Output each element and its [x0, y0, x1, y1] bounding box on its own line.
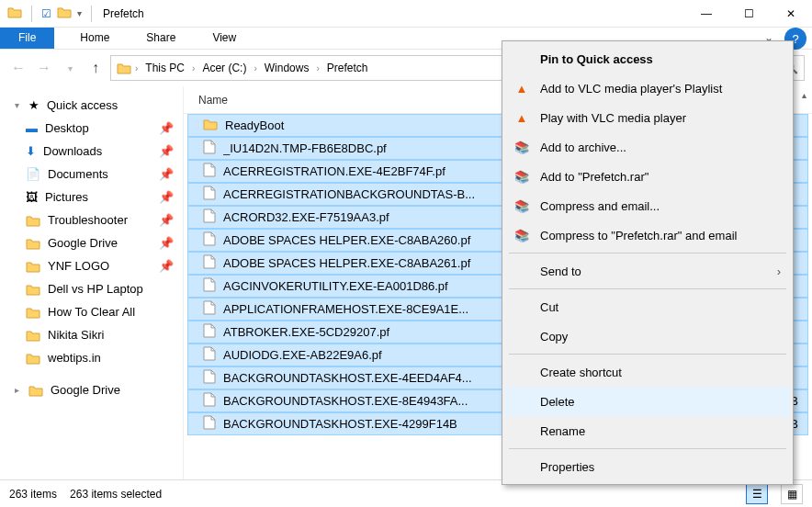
- ctx-compress-email[interactable]: 📚Compress and email...: [505, 191, 790, 220]
- sidebar-item[interactable]: Google Drive📌: [4, 231, 179, 254]
- archive-icon: 📚: [513, 168, 531, 185]
- crumb-prefetch[interactable]: Prefetch: [323, 60, 372, 76]
- file-icon: [203, 254, 216, 272]
- file-icon: [203, 346, 216, 364]
- chevron-right-icon[interactable]: ▸: [15, 385, 19, 395]
- status-items: 263 items: [9, 488, 57, 501]
- sidebar-item-documents[interactable]: 📄Documents📌: [4, 163, 179, 186]
- pin-icon: 📌: [159, 236, 174, 250]
- ctx-compress-rar-email[interactable]: 📚Compress to "Prefetch.rar" and email: [505, 220, 790, 250]
- ctx-vlc-play[interactable]: ▲Play with VLC media player: [505, 103, 790, 132]
- chevron-right-icon[interactable]: ›: [316, 63, 319, 73]
- sidebar-item[interactable]: How To Clear All: [4, 300, 179, 323]
- tab-view[interactable]: View: [194, 28, 254, 49]
- folder-icon: [26, 306, 40, 319]
- sidebar-item[interactable]: YNF LOGO📌: [4, 254, 179, 277]
- folder-icon-small: [57, 6, 72, 21]
- archive-icon: 📚: [513, 197, 531, 214]
- forward-button[interactable]: →: [33, 57, 55, 79]
- folder-icon: [117, 62, 131, 74]
- file-icon: [203, 392, 216, 410]
- folder-icon: [26, 283, 40, 296]
- file-icon: [203, 369, 216, 387]
- file-icon: [203, 140, 216, 157]
- col-name[interactable]: Name: [198, 94, 492, 107]
- pin-icon: 📌: [159, 213, 174, 227]
- chevron-right-icon: ›: [777, 265, 781, 278]
- back-button[interactable]: ←: [7, 57, 29, 79]
- sidebar-item[interactable]: Troubleshooter📌: [4, 208, 179, 231]
- vlc-icon: ▲: [513, 80, 531, 96]
- ctx-cut[interactable]: Cut: [505, 292, 790, 321]
- view-details-button[interactable]: ☰: [746, 484, 768, 504]
- crumb-this-pc[interactable]: This PC: [141, 60, 188, 76]
- window-title: Prefetch: [103, 7, 685, 20]
- sidebar: ▾ ★ Quick access ▬Desktop📌 ⬇Downloads📌 📄…: [0, 86, 184, 479]
- pin-icon: 📌: [159, 190, 174, 204]
- up-button[interactable]: ↑: [85, 57, 107, 79]
- tab-share[interactable]: Share: [128, 28, 194, 49]
- file-icon: [203, 323, 216, 341]
- ctx-add-archive[interactable]: 📚Add to archive...: [505, 132, 790, 162]
- file-icon: [203, 300, 216, 318]
- pin-icon: 📌: [159, 259, 174, 273]
- title-bar: ☑ ▾ Prefetch — ☐ ✕: [0, 0, 812, 28]
- file-icon: [203, 208, 216, 226]
- ctx-add-rar[interactable]: 📚Add to "Prefetch.rar": [505, 162, 790, 191]
- tab-home[interactable]: Home: [62, 28, 128, 49]
- qat-dropdown-icon[interactable]: ▾: [77, 8, 82, 18]
- chevron-right-icon[interactable]: ›: [135, 63, 138, 73]
- minimize-button[interactable]: —: [685, 0, 727, 28]
- ctx-copy[interactable]: Copy: [505, 321, 790, 351]
- file-icon: [203, 186, 216, 203]
- sidebar-item-pictures[interactable]: 🖼Pictures📌: [4, 186, 179, 208]
- archive-icon: 📚: [513, 139, 531, 155]
- downloads-icon: ⬇: [26, 144, 36, 158]
- maximize-button[interactable]: ☐: [727, 0, 770, 28]
- archive-icon: 📚: [513, 227, 531, 243]
- folder-icon: [28, 384, 43, 397]
- status-selected: 263 items selected: [70, 488, 162, 501]
- view-icons-button[interactable]: ▦: [781, 484, 803, 504]
- context-menu: Pin to Quick access ▲Add to VLC media pl…: [502, 40, 794, 485]
- sidebar-item[interactable]: webtips.in: [4, 346, 179, 369]
- sidebar-google-drive[interactable]: ▸Google Drive: [4, 378, 179, 401]
- ctx-send-to[interactable]: Send to›: [505, 256, 790, 286]
- scroll-up-icon[interactable]: ▴: [797, 88, 810, 101]
- crumb-windows[interactable]: Windows: [261, 60, 313, 76]
- pin-icon: 📌: [159, 144, 174, 158]
- star-icon: ★: [28, 98, 39, 112]
- folder-icon: [26, 237, 40, 250]
- sidebar-item-downloads[interactable]: ⬇Downloads📌: [4, 140, 179, 163]
- folder-icon: [203, 118, 218, 133]
- chevron-right-icon[interactable]: ›: [254, 63, 256, 73]
- sidebar-item[interactable]: Nikita Sikri: [4, 323, 179, 346]
- sidebar-item-desktop[interactable]: ▬Desktop📌: [4, 117, 179, 140]
- pin-icon: 📌: [159, 121, 174, 135]
- ctx-rename[interactable]: Rename: [505, 416, 790, 445]
- folder-icon: [26, 214, 40, 227]
- ctx-create-shortcut[interactable]: Create shortcut: [505, 357, 790, 387]
- ctx-properties[interactable]: Properties: [505, 452, 790, 481]
- ctx-vlc-playlist[interactable]: ▲Add to VLC media player's Playlist: [505, 73, 790, 103]
- ctx-delete[interactable]: Delete: [505, 387, 790, 416]
- sidebar-quick-access[interactable]: ▾ ★ Quick access: [4, 94, 179, 117]
- pin-icon: 📌: [159, 167, 174, 181]
- tab-file[interactable]: File: [0, 28, 54, 49]
- close-button[interactable]: ✕: [770, 0, 812, 28]
- sidebar-item[interactable]: Dell vs HP Laptop: [4, 277, 179, 300]
- qat-check-icon[interactable]: ☑: [41, 7, 51, 20]
- folder-icon: [26, 329, 40, 342]
- file-icon: [203, 231, 216, 249]
- file-icon: [203, 163, 216, 180]
- crumb-drive[interactable]: Acer (C:): [198, 60, 250, 76]
- ctx-pin[interactable]: Pin to Quick access: [505, 44, 790, 73]
- chevron-down-icon[interactable]: ▾: [15, 100, 19, 110]
- file-icon: [203, 415, 216, 433]
- folder-icon: [7, 6, 22, 21]
- vlc-icon: ▲: [513, 109, 531, 126]
- folder-icon: [26, 260, 40, 273]
- documents-icon: 📄: [26, 167, 40, 181]
- chevron-right-icon[interactable]: ›: [192, 63, 195, 73]
- recent-dropdown[interactable]: ▾: [59, 57, 81, 79]
